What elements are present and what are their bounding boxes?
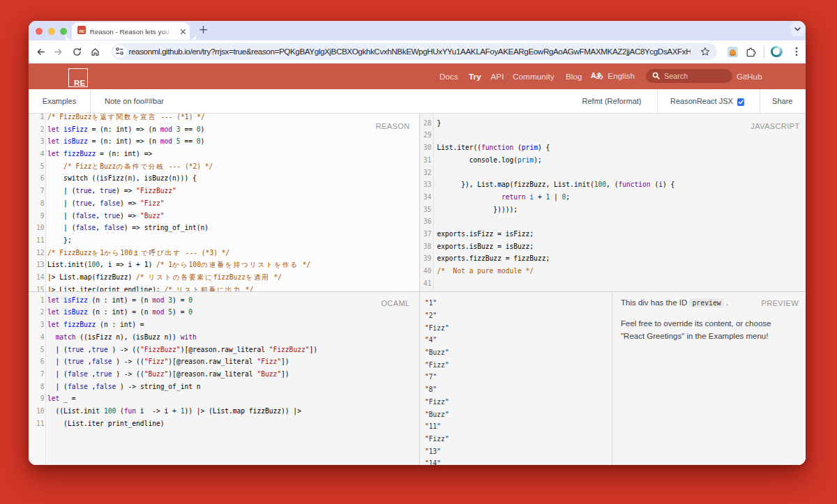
language-switcher[interactable]: Aあ English [591,63,635,89]
output-javascript[interactable]: 28}2930List.iter((function (prim) {31 co… [420,114,806,291]
browser-window: RE Reason - Reason lets you writ [29,21,806,465]
menu-kebab-icon[interactable] [791,46,802,57]
nav-api[interactable]: API [491,72,504,82]
search-box[interactable]: Search [646,69,732,83]
forward-button[interactable] [54,47,63,56]
site-nav: Docs Try API Community Blog Aあ English S… [29,63,806,89]
examples-button[interactable]: Examples [29,89,90,114]
test-tab-note[interactable]: Note on foo##bar [105,89,164,114]
share-button[interactable]: Share [760,89,806,114]
pane-divider[interactable] [612,292,612,466]
preview-id-chip: preview [689,298,723,307]
pane-label-reason: REASON [376,122,410,130]
search-icon [652,72,660,79]
toolbar-separator [764,45,764,59]
bookmark-star-icon[interactable] [700,47,710,56]
tab-favicon-icon: RE [77,26,86,34]
editor-ocaml[interactable]: 1let isFizz (n : int) = (n mod 3) = 02le… [29,292,419,466]
toolbar-divider [90,89,91,114]
nav-community[interactable]: Community [513,72,555,82]
pane-divider[interactable] [29,291,806,292]
toolbar-divider [657,89,658,114]
translate-icon: Aあ [591,71,603,81]
preview-text: Feel free to override its content, or ch… [621,317,788,343]
address-bar[interactable]: reasonml.github.io/en/try?rrjsx=true&rea… [112,43,718,60]
browser-tab[interactable]: RE Reason - Reason lets you writ [72,22,190,40]
pane-divider[interactable] [419,114,420,465]
profile-avatar[interactable] [771,46,783,58]
tab-search-button[interactable] [791,22,805,36]
nav-docs[interactable]: Docs [439,72,458,82]
page-reason-playground: RE Docs Try API Community Blog Aあ Englis… [29,63,806,466]
extensions-puzzle-icon[interactable] [746,47,756,57]
refmt-button[interactable]: Refmt (Reformat) [582,89,642,114]
nav-blog[interactable]: Blog [566,72,582,82]
site-header: RE Docs Try API Community Blog Aあ Englis… [29,63,806,89]
jsx-toggle: ReasonReact JSX [670,89,744,114]
minimize-window-button[interactable] [48,28,55,35]
checkmark-icon [737,98,745,106]
window-controls [36,28,67,35]
close-window-button[interactable] [36,28,43,35]
tab-close-icon[interactable] [179,27,188,36]
tab-strip: RE Reason - Reason lets you writ [29,21,806,40]
back-button[interactable] [36,47,45,56]
site-settings-button[interactable] [113,45,126,58]
new-tab-button[interactable] [199,26,207,33]
editor-reason[interactable]: 1/* FizzBuzzを返す関数を宣言 --- (*1) */2let isF… [29,114,419,291]
pane-label-ocaml: OCAML [381,299,409,307]
nav-try[interactable]: Try [469,72,481,82]
jsx-label: ReasonReact JSX [670,97,733,105]
url-text[interactable]: reasonml.github.io/en/try?rrjsx=true&rea… [129,47,691,56]
home-button[interactable] [91,47,100,56]
tab-title: Reason - Reason lets you writ [90,28,173,36]
console-output: "1""2""Fizz""4""Buzz""Fizz""7""8""Fizz""… [420,292,612,466]
playground-toolbar: Examples Note on foo##bar Refmt (Reforma… [29,89,806,114]
chevron-down-icon [794,27,801,31]
pane-label-preview: PREVIEW [761,299,799,307]
console-lines: "1""2""Fizz""4""Buzz""Fizz""7""8""Fizz""… [425,297,449,465]
site-settings-icon [116,47,123,55]
browser-toolbar: reasonml.github.io/en/try?rrjsx=true&rea… [29,40,806,63]
search-placeholder: Search [664,72,688,80]
playground-content: 1/* FizzBuzzを返す関数を宣言 --- (*1) */2let isF… [29,114,806,465]
jsx-checkbox[interactable] [737,98,745,106]
nav-github[interactable]: GitHub [737,72,762,82]
language-label: English [608,71,635,81]
pane-label-javascript: JAVASCRIPT [751,122,799,130]
extension-favicon-icon[interactable] [727,47,738,57]
reload-button[interactable] [73,47,82,56]
preview-pane: This div has the ID preview . Feel free … [612,292,806,466]
